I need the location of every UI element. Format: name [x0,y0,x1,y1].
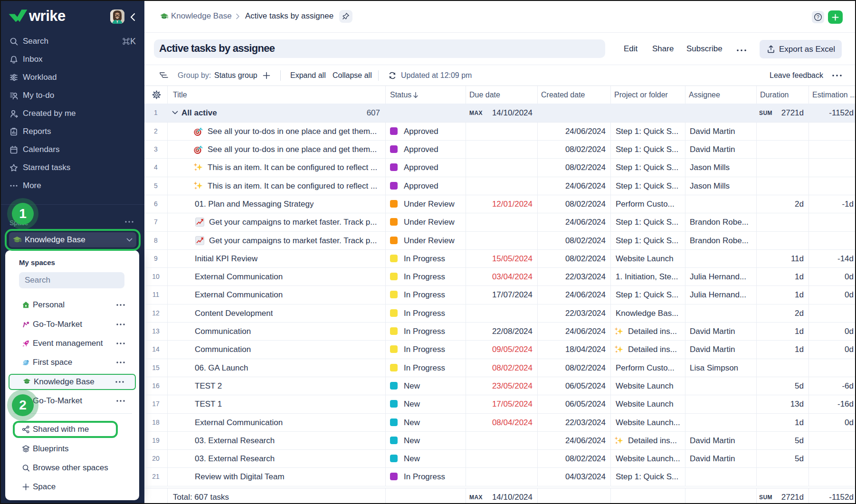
svg-text:?: ? [817,14,819,20]
